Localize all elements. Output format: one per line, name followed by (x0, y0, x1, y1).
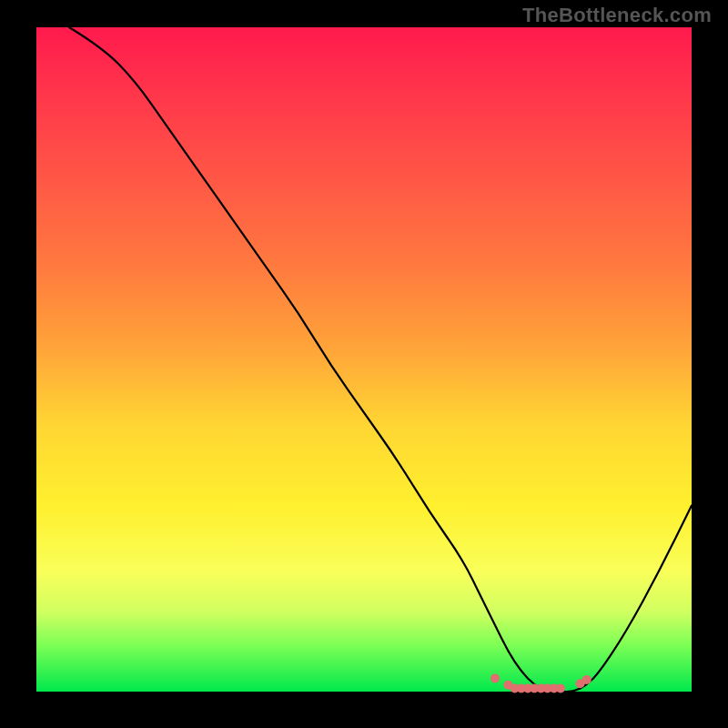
trough-marker (490, 673, 500, 682)
chart-frame: TheBottleneck.com (0, 0, 728, 728)
trough-marker (556, 683, 565, 693)
bottleneck-curve (69, 27, 692, 692)
trough-marker (582, 675, 592, 684)
watermark-text: TheBottleneck.com (522, 4, 712, 27)
curve-layer (36, 27, 692, 692)
plot-area (36, 27, 692, 692)
